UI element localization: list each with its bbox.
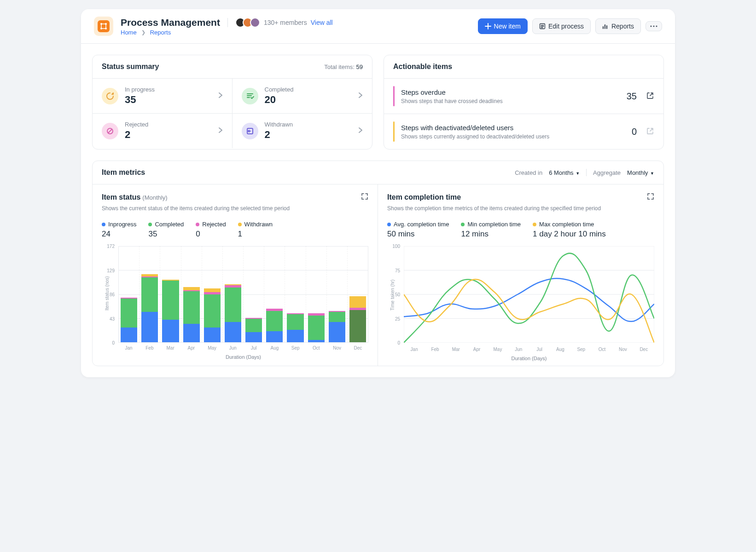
expand-button[interactable] [647,193,654,201]
bar-segment [121,299,137,328]
more-icon [650,25,657,27]
y-tick: 86 [110,292,115,297]
item-status-subtitle: (Monthly) [142,194,167,201]
bar-Sep [285,246,306,342]
y-tick: 129 [107,268,115,273]
bar-segment [183,291,200,323]
svg-point-7 [656,25,657,27]
completion-title: Item completion time [387,193,461,201]
bar-segment [121,328,137,342]
bar-segment [308,316,325,340]
expand-button[interactable] [361,193,368,201]
status-value: 35 [125,94,212,106]
bar-segment [349,310,366,342]
new-item-label: New item [494,23,521,30]
actionable-title: Actionable items [393,63,452,71]
aggregate-label: Aggregate [593,169,621,176]
members-summary: 130+ members View all [235,17,333,28]
y-tick: 0 [112,340,115,345]
x-tick: Dec [348,345,368,351]
x-tick: Jan [118,345,139,351]
bar-Oct [306,246,327,342]
svg-point-5 [650,25,651,27]
app-icon [94,17,113,36]
completion-desc: Shows the completion time metrics of the… [387,205,654,212]
avatar [250,17,260,28]
legend-value: 35 [148,230,184,239]
legend-label: Max completion time [539,221,594,228]
crumb-reports[interactable]: Reports [150,29,171,36]
y-tick: 75 [395,268,400,273]
status-label: In progress [125,86,212,93]
bar-Mar [160,246,181,342]
legend-item: Avg. completion time 50 mins [387,221,449,239]
caret-down-icon: ▼ [649,171,654,176]
bar-chart-icon [602,23,609,29]
status-label: Rejected [125,121,212,128]
aggregate-dropdown[interactable]: Monthly ▼ [627,169,654,176]
item-status-panel: Item status (Monthly) Shows the current … [93,184,378,366]
action-desc: Shows steps currently assigned to deacti… [401,133,625,140]
x-tick: Jan [404,347,425,352]
x-tick: Sep [285,345,306,351]
line-chart [404,246,654,343]
edit-icon [539,23,546,29]
process-icon [100,23,107,30]
bar-Apr [181,246,202,342]
bar-segment [141,277,158,312]
bar-segment [245,332,262,342]
legend-dot [148,223,152,226]
app-header: Process Management 130+ members View all… [81,9,675,44]
item-metrics-card: Item metrics Created in 6 Months ▼ Aggre… [92,161,664,366]
reports-label: Reports [611,23,634,30]
x-tick: May [487,347,508,352]
chevron-right-icon [358,127,363,135]
legend-value: 1 [238,230,273,239]
bar-segment [204,328,221,342]
divider [227,18,228,27]
y-tick: 100 [392,244,400,249]
open-external-button[interactable] [646,92,654,101]
bar-segment [183,287,200,290]
x-tick: Oct [306,345,326,351]
bar-segment [349,296,366,307]
x-axis-label: Duration (Days) [118,354,368,360]
crumb-home[interactable]: Home [121,29,137,36]
status-cell-completed[interactable]: Completed 20 [233,79,372,114]
status-cell-withdrawn[interactable]: Withdrawn 2 [233,114,372,148]
status-cell-in progress[interactable]: In progress 35 [93,79,233,114]
check-icon [242,88,258,104]
edit-process-button[interactable]: Edit process [532,18,591,34]
view-all-link[interactable]: View all [311,19,333,26]
action-item: Steps with deactivated/deleted users Sho… [384,114,663,149]
caret-down-icon: ▼ [575,171,580,176]
created-in-dropdown[interactable]: 6 Months ▼ [549,169,580,176]
legend-dot [461,223,465,226]
bar-Jul [244,246,264,342]
actionable-items-card: Actionable items Steps overdue Shows ste… [384,55,664,150]
bar-segment [204,294,221,328]
x-tick: Nov [612,347,633,352]
legend-value: 12 mins [461,230,521,239]
status-cell-rejected[interactable]: Rejected 2 [93,114,233,148]
x-tick: Aug [550,347,570,352]
reports-button[interactable]: Reports [595,18,641,34]
created-in-label: Created in [515,169,542,176]
divider [586,169,587,176]
item-status-desc: Shows the current status of the items cr… [102,205,368,212]
legend-dot [102,223,105,226]
status-summary-title: Status summary [102,63,159,71]
more-button[interactable] [646,21,662,31]
status-value: 20 [265,94,352,106]
x-tick: Jul [244,345,264,351]
x-tick: Feb [139,345,160,351]
x-tick: Jun [508,347,529,352]
x-tick: Aug [264,345,285,351]
bar-Feb [140,246,160,342]
legend-dot [196,223,199,226]
withdraw-icon [242,123,258,139]
open-external-button [646,127,654,137]
new-item-button[interactable]: New item [478,18,528,34]
page-title: Process Management [121,17,220,28]
x-tick: Sep [571,347,592,352]
